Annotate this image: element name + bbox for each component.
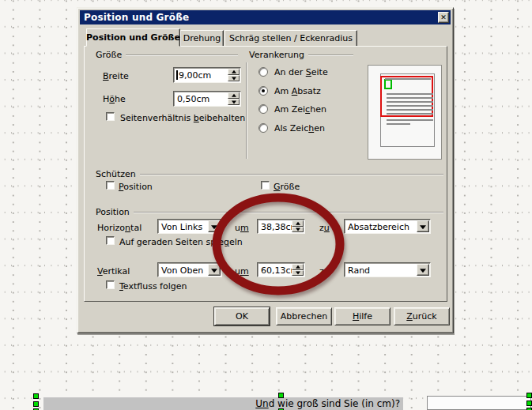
preview-text-line bbox=[387, 113, 433, 115]
triangle-down-icon[interactable] bbox=[292, 227, 304, 233]
selection-handle[interactable] bbox=[33, 393, 39, 399]
divider bbox=[126, 55, 238, 56]
preview-text-line bbox=[387, 93, 433, 95]
horizontal-label: Horizontal bbox=[97, 223, 141, 233]
mirror-even-pages-checkbox[interactable] bbox=[106, 236, 115, 245]
textflow-label: Textfluss folgen bbox=[119, 281, 187, 292]
triangle-up-icon[interactable] bbox=[228, 69, 240, 75]
triangle-up-icon[interactable] bbox=[292, 220, 304, 227]
horizontal-by-spinfield[interactable]: 38,38cm bbox=[257, 219, 305, 234]
tab-panel: Größe Breite 9,00cm Höhe 0,50cm Seitenve… bbox=[84, 46, 447, 302]
radio-an-der-seite[interactable] bbox=[258, 67, 268, 77]
cancel-button[interactable]: Abbrechen bbox=[276, 307, 332, 325]
ok-button[interactable]: OK bbox=[214, 307, 270, 325]
preview-text-line bbox=[387, 123, 410, 125]
preview-text-line bbox=[387, 109, 433, 111]
width-value: 9,00cm bbox=[179, 70, 211, 81]
width-label: Breite bbox=[103, 71, 129, 81]
height-spinfield[interactable]: 0,50cm bbox=[173, 91, 241, 107]
chevron-down-icon[interactable] bbox=[417, 264, 429, 276]
selection-handle[interactable] bbox=[33, 401, 39, 407]
triangle-down-icon[interactable] bbox=[292, 270, 304, 276]
group-position-label: Position bbox=[96, 207, 130, 217]
vertical-by-spinner bbox=[292, 264, 304, 276]
tab-drehung[interactable]: Drehung bbox=[180, 30, 224, 47]
anchor-preview bbox=[368, 65, 442, 160]
radio-am-zeichen[interactable] bbox=[258, 104, 268, 114]
preview-text-line bbox=[385, 78, 431, 80]
tab-schraeg-stellen-eckenradius[interactable]: Schräg stellen / Eckenradius bbox=[224, 30, 357, 47]
triangle-down-icon[interactable] bbox=[228, 99, 240, 105]
triangle-up-icon[interactable] bbox=[292, 264, 304, 270]
horizontal-to-value: Absatzbereich bbox=[348, 221, 409, 231]
form-design-canvas: { "colors": { "titlebar_blue": "#0a2468"… bbox=[0, 0, 532, 410]
divider bbox=[308, 55, 353, 56]
radio-am-zeichen-label: Am Zeichen bbox=[274, 104, 326, 115]
horizontal-to-label: zu bbox=[319, 223, 330, 233]
protect-position-checkbox[interactable] bbox=[106, 181, 115, 190]
dialog-titlebar[interactable]: Position und Größe bbox=[80, 10, 451, 24]
selection-handle[interactable] bbox=[278, 393, 284, 398]
radio-als-zeichen[interactable] bbox=[258, 123, 268, 133]
horizontal-combobox[interactable]: Von Links bbox=[157, 219, 222, 234]
vertical-combobox[interactable]: Von Oben bbox=[157, 262, 222, 277]
divider bbox=[134, 212, 443, 213]
height-spinner bbox=[228, 92, 240, 105]
vertical-to-combobox[interactable]: Rand bbox=[344, 262, 431, 277]
close-icon[interactable] bbox=[438, 12, 449, 23]
radio-als-zeichen-label: Als Zeichen bbox=[274, 123, 325, 134]
vertical-value: Von Oben bbox=[161, 265, 203, 275]
keep-ratio-checkbox[interactable] bbox=[106, 112, 115, 121]
preview-text-line bbox=[387, 101, 433, 103]
selection-handle[interactable] bbox=[526, 401, 532, 406]
group-protect: Schützen bbox=[96, 169, 443, 179]
group-anchor-label: Verankerung bbox=[249, 50, 304, 60]
group-anchor: Verankerung bbox=[249, 50, 353, 60]
help-button[interactable]: Hilfe bbox=[334, 307, 391, 325]
triangle-up-icon[interactable] bbox=[228, 92, 240, 99]
tab-position-und-groesse[interactable]: Position und Größe bbox=[86, 28, 180, 47]
dialog-title: Position und Größe bbox=[84, 12, 189, 23]
form-question-text: Und wie groß sind Sie (in cm)? bbox=[255, 398, 400, 409]
protect-position-label: Position bbox=[119, 182, 153, 192]
preview-text-line bbox=[387, 119, 433, 121]
back-button[interactable]: Zurück bbox=[394, 307, 450, 325]
triangle-down-icon[interactable] bbox=[228, 75, 240, 81]
horizontal-to-combobox[interactable]: Absatzbereich bbox=[344, 219, 431, 234]
height-label: Höhe bbox=[103, 94, 126, 104]
group-size: Größe bbox=[96, 50, 238, 60]
chevron-down-icon[interactable] bbox=[208, 220, 221, 232]
protect-size-checkbox[interactable] bbox=[261, 181, 270, 190]
position-size-dialog: Position und Größe Position und Größe Dr… bbox=[77, 7, 454, 333]
group-size-label: Größe bbox=[96, 50, 122, 60]
height-value: 0,50cm bbox=[177, 94, 209, 104]
width-spinfield[interactable]: 9,00cm bbox=[173, 67, 241, 83]
keep-ratio-label: Seitenverhältnis beibehalten bbox=[120, 113, 245, 123]
mirror-even-pages-label: Auf geraden Seiten spiegeln bbox=[119, 237, 243, 247]
horizontal-by-label: um bbox=[235, 223, 249, 233]
vertical-by-label: um bbox=[235, 266, 249, 276]
divider bbox=[246, 62, 247, 159]
text-caret bbox=[176, 70, 178, 80]
vertical-to-value: Rand bbox=[348, 265, 370, 275]
chevron-down-icon[interactable] bbox=[417, 220, 429, 232]
horizontal-by-spinner bbox=[292, 220, 304, 232]
vertical-by-spinfield[interactable]: 60,13cm bbox=[257, 262, 305, 277]
radio-an-der-seite-label: An der Seite bbox=[274, 67, 328, 77]
width-spinner bbox=[228, 69, 240, 81]
preview-text-line bbox=[387, 105, 433, 107]
selection-handle[interactable] bbox=[526, 393, 532, 398]
form-question-label[interactable]: Und wie groß sind Sie (in cm)? bbox=[43, 397, 403, 410]
vertical-to-label: zu bbox=[319, 266, 330, 276]
preview-object-marker bbox=[384, 79, 392, 89]
form-answer-input[interactable] bbox=[427, 396, 531, 410]
chevron-down-icon[interactable] bbox=[208, 264, 221, 276]
divider bbox=[140, 174, 443, 175]
group-position: Position bbox=[96, 207, 443, 217]
radio-am-absatz[interactable] bbox=[258, 86, 268, 96]
horizontal-value: Von Links bbox=[161, 221, 202, 231]
preview-text-line bbox=[387, 97, 433, 99]
radio-am-absatz-label: Am Absatz bbox=[274, 86, 321, 96]
group-protect-label: Schützen bbox=[96, 169, 136, 179]
textflow-checkbox[interactable] bbox=[106, 280, 115, 289]
